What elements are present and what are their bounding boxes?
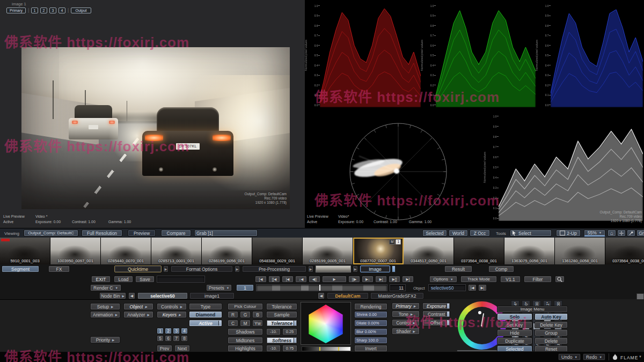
options-selector[interactable]: Options [429,276,457,283]
active-button[interactable]: Active [189,320,222,327]
magenta-channel-button[interactable]: M [240,320,251,327]
preview-button[interactable]: Preview [128,230,156,237]
timeline-thumbnail[interactable]: 1003950_0097_001 [50,238,101,264]
pick-colour-button[interactable]: Pick Colour [228,303,263,310]
keyer-5-button[interactable]: 5 [157,335,164,342]
tolerance-min-field[interactable]: -10. [266,328,281,335]
solo-button[interactable]: Solo [497,313,532,320]
analyzer-menu[interactable]: Analyzer [123,311,153,318]
yellow-channel-button[interactable]: Yw [252,320,263,327]
dilate-field[interactable]: Dilate 0.00% [354,320,387,327]
diamond-button[interactable]: Diamond [189,311,222,318]
animation-menu[interactable]: Animation [90,311,120,318]
timeline-thumbnail[interactable]: 0373564_0038_001 [605,238,644,264]
offset-mode-button[interactable]: Offset [422,319,450,326]
cam-collapse-icon[interactable]: ◀ [318,292,325,299]
result-button[interactable]: Result [444,265,472,272]
view-output-button[interactable]: Output [71,8,91,13]
load-button[interactable]: Load [114,276,133,283]
grab-button[interactable]: Grab [1] [194,230,258,237]
pipeline-arrow-icon[interactable]: ▶ [353,265,358,272]
pipeline-node-format-options[interactable]: Format Options [171,265,233,272]
pipeline-arrow-icon[interactable]: ▶ [308,265,313,272]
setup-menu[interactable]: Setup [90,303,120,310]
timeline-playhead[interactable] [319,285,320,291]
select-tool-button[interactable]: Select [510,230,552,237]
green-channel-button[interactable]: G [240,311,251,318]
exposure-mode-button[interactable]: Exposure [422,302,450,309]
pipeline-node-image[interactable]: Image [360,265,390,272]
save-name-field[interactable] [157,276,205,283]
keyer-3-button[interactable]: 3 [173,328,180,334]
timeline-thumbnail[interactable]: 0285440_0070_001 [101,238,151,264]
sample-button[interactable]: Sample [266,311,297,318]
transport-jump-end[interactable]: ▶] [402,276,414,283]
tolerance-value-field[interactable]: 0.25 [282,328,297,335]
shrink-field[interactable]: Shrink 0.00 [354,311,387,318]
node-bin-selector[interactable]: Node Bin [99,292,126,299]
world-button[interactable]: World [449,230,468,237]
tolerance-slider[interactable]: Tolerance [266,320,297,327]
node-tab-image1[interactable]: image1 [189,292,235,299]
blur-field[interactable]: Blur 0.00% [354,328,387,335]
timeline-thumbnail[interactable]: 1361280_0058_001 [555,238,605,264]
type-button[interactable]: Type [189,303,222,310]
shader-menu[interactable]: Shader [392,328,420,335]
transport-prev-key[interactable]: ↓◀ [295,276,307,283]
timeline-thumbnail[interactable]: 5910_0001_003 [0,238,50,264]
track-mode-button[interactable]: Track Mode [460,276,497,283]
z-occ-button[interactable]: Z Occ [470,230,490,237]
colour-wheel-handle[interactable] [478,311,481,314]
keyer-6-button[interactable]: 6 [165,335,172,342]
keyer-2-button[interactable]: 2 [165,328,172,334]
version-button[interactable]: V1.1 [500,276,521,283]
transport-prev-frame[interactable]: |◀ [282,276,294,283]
pipeline-arrow-icon[interactable]: ▶ [163,265,169,272]
shadows-button[interactable]: Shadows [228,328,263,335]
timeline-thumbnail[interactable]: 0344517_0050_001 [404,238,454,264]
redo-button[interactable]: Redo [583,353,605,360]
tolerance-button[interactable]: Tolerance [266,303,297,310]
presets-selector[interactable]: Presets [206,284,232,291]
keyer-7-button[interactable]: 7 [173,335,180,342]
luminance-gradient-strip[interactable] [302,346,351,351]
controls-menu[interactable]: Controls [157,303,187,310]
transport-next-frame[interactable]: ▶| [375,276,387,283]
transport-step-fwd[interactable]: ||▶ [348,276,360,283]
view-1-button[interactable]: 1 [31,8,38,13]
render-selector[interactable]: Render C [90,284,121,291]
sharp-field[interactable]: Sharp 100.0 [354,337,387,344]
tone-menu[interactable]: Tone [392,311,420,317]
delete-button[interactable]: Delete [535,337,568,344]
object-value-field[interactable]: selective50 [428,284,466,291]
object-menu[interactable]: Object [123,303,153,310]
timeline-thumbnail[interactable]: 1363075_0056_001 [504,238,555,264]
compare-button[interactable]: Compare [161,230,191,237]
zoom-level-selector[interactable]: 55% [584,230,605,237]
grid-selector[interactable]: Grid [636,230,644,237]
image-node-indicator[interactable] [392,265,396,272]
cam-tab-mastergrade[interactable]: MasterGradeSFX2 [370,292,424,299]
timeline-thumbnail[interactable]: 0286199_0056_001 [202,238,252,264]
pipeline-node-pre-processing[interactable]: Pre-Processing [242,265,306,272]
comp-button[interactable]: Comp [488,265,514,272]
pipeline-arrow-icon[interactable]: ▶ [235,265,240,272]
transport-jump-out[interactable]: ▶[] [389,276,400,283]
auto-key-button[interactable]: Auto Key [535,313,568,320]
keyer-4-button[interactable]: 4 [181,328,188,334]
exit-button[interactable]: EXIT [91,276,111,283]
keyer-8-button[interactable]: 8 [181,335,188,342]
hide-button[interactable]: Hide [497,329,532,336]
node-bin-collapse-icon[interactable]: ◀ [128,292,135,299]
timeline-thumbnail[interactable]: 0285199_0005_001 [303,238,353,264]
group-button[interactable]: Group [535,329,568,336]
transport-next-key[interactable]: ▶↓ [362,276,374,283]
transport-jump-in[interactable]: []◀ [268,276,280,283]
cam-tab-defaultcam[interactable]: DefaultCam [327,292,369,299]
transport-jump-start[interactable]: [◀ [255,276,267,283]
delete-key-button[interactable]: Delete Key [535,321,568,328]
home-icon[interactable]: ⌂ [608,230,616,237]
pipeline-node-thumbnail[interactable] [316,265,351,272]
pan-move-icon[interactable] [617,230,626,237]
object-prev-button[interactable]: |◀ [468,284,477,291]
